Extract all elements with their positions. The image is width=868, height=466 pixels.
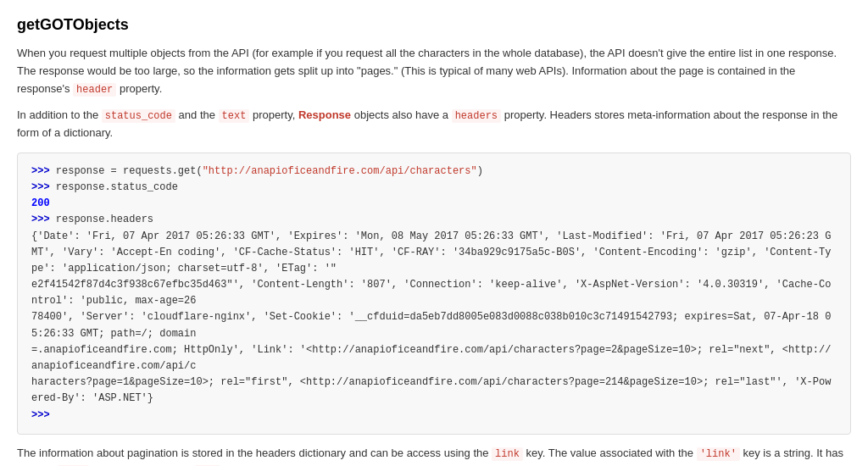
code-text-4: response.headers	[56, 214, 153, 225]
code-line-5d: =.anapioficeandfire.com; HttpOnly', 'Lin…	[31, 342, 837, 374]
page-title: getGOTObjects	[17, 14, 851, 36]
pagination-paragraph: The information about pagination is stor…	[17, 445, 851, 466]
header-inline-code: header	[73, 83, 116, 97]
intro-end-text: property.	[116, 82, 162, 95]
code-line-4: >>> response.headers	[31, 212, 837, 228]
text-inline: text	[219, 109, 250, 123]
code-text-2: response.status_code	[56, 181, 178, 193]
link-key-inline: link	[492, 447, 523, 461]
code-line-2: >>> response.status_code	[31, 180, 837, 196]
code-block-1: >>> response = requests.get("http://anap…	[17, 153, 851, 435]
code-line-5: {'Date': 'Fri, 07 Apr 2017 05:26:33 GMT'…	[31, 229, 837, 278]
code-line-5c: 78400', 'Server': 'cloudflare-nginx', 'S…	[31, 309, 837, 341]
code-text-1: response = requests.get("http://anapiofi…	[56, 165, 483, 177]
code-line-3: 200	[31, 196, 837, 212]
code-line-1: >>> response = requests.get("http://anap…	[31, 164, 837, 180]
link-key2-inline: 'link'	[697, 447, 740, 461]
headers-inline: headers	[452, 109, 501, 123]
intro-paragraph: When you request multiple objects from t…	[17, 45, 851, 98]
code-line-5e: haracters?page=1&pageSize=10>; rel="firs…	[31, 374, 837, 407]
status-code-inline: status_code	[102, 109, 175, 123]
code-line-6: >>>	[31, 408, 837, 424]
code-line-5b: e2f41542f87d4c3f938c67efbc35d463"', 'Con…	[31, 277, 837, 309]
headers-paragraph: In addition to the status_code and the t…	[17, 107, 851, 142]
response-inline: Response	[298, 108, 351, 121]
